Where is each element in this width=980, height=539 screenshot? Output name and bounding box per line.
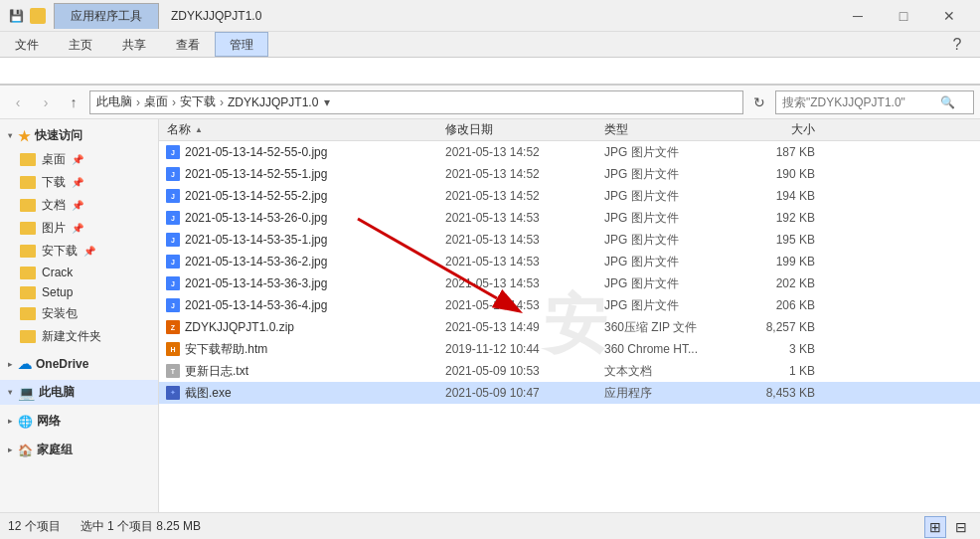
window-controls: ─ □ ✕ xyxy=(835,0,972,32)
file-name-text: 2021-05-13-14-53-36-4.jpg xyxy=(185,298,327,312)
file-icon-wrapper xyxy=(165,210,181,226)
file-name-text: 2021-05-13-14-53-36-2.jpg xyxy=(185,255,327,269)
table-row[interactable]: 截图.exe 2021-05-09 10:47 应用程序 8,453 KB xyxy=(159,382,980,404)
file-type: 应用程序 xyxy=(600,385,739,402)
filelist-header: 名称 ▲ 修改日期 类型 大小 xyxy=(159,119,980,141)
tab-home[interactable]: 主页 xyxy=(54,32,107,57)
minimize-button[interactable]: ─ xyxy=(835,0,881,32)
thispc-header[interactable]: ▾ 💻 此电脑 xyxy=(0,380,158,405)
up-button[interactable]: ↑ xyxy=(62,90,85,114)
sidebar-item-setup[interactable]: Setup xyxy=(0,282,158,302)
homegroup-icon: 🏠 xyxy=(18,444,33,457)
file-size: 206 KB xyxy=(739,298,819,312)
homegroup-chevron: ▸ xyxy=(8,446,12,454)
breadcrumb-desktop: 桌面 xyxy=(144,93,168,110)
sidebar-item-anzhuangbao[interactable]: 安装包 xyxy=(0,302,158,325)
table-row[interactable]: 2021-05-13-14-53-26-0.jpg 2021-05-13 14:… xyxy=(159,207,980,229)
sidebar-item-documents[interactable]: 文档 📌 xyxy=(0,194,158,217)
col-date-header[interactable]: 修改日期 xyxy=(441,121,600,138)
file-icon-wrapper xyxy=(165,385,181,401)
quick-access-header[interactable]: ▾ ★ 快速访问 xyxy=(0,123,158,148)
table-row[interactable]: 2021-05-13-14-53-36-2.jpg 2021-05-13 14:… xyxy=(159,251,980,272)
col-name-header[interactable]: 名称 ▲ xyxy=(163,121,441,138)
forward-button[interactable]: › xyxy=(34,90,58,114)
close-button[interactable]: ✕ xyxy=(926,0,972,32)
table-row[interactable]: 2021-05-13-14-53-36-3.jpg 2021-05-13 14:… xyxy=(159,272,980,294)
back-button[interactable]: ‹ xyxy=(6,90,30,114)
network-label: 网络 xyxy=(37,413,61,430)
jpg-icon xyxy=(166,298,180,312)
file-size: 192 KB xyxy=(739,211,819,225)
ribbon-help-button[interactable]: ? xyxy=(934,32,980,58)
tab-view[interactable]: 查看 xyxy=(161,32,215,57)
quick-access-section: ▾ ★ 快速访问 桌面 📌 下载 📌 文档 📌 图片 xyxy=(0,123,158,348)
sidebar-item-documents-label: 文档 xyxy=(42,197,66,214)
tab-share[interactable]: 共享 xyxy=(107,32,161,57)
refresh-button[interactable]: ↻ xyxy=(747,90,771,114)
address-dropdown-arrow[interactable]: ▾ xyxy=(320,95,334,109)
statusbar: 12 个项目 选中 1 个项目 8.25 MB ⊞ ⊟ xyxy=(0,512,980,539)
file-rows-container: 2021-05-13-14-52-55-0.jpg 2021-05-13 14:… xyxy=(159,141,980,404)
pc-icon: 💻 xyxy=(18,385,35,401)
pin-icon: 📌 xyxy=(72,154,83,165)
file-date: 2021-05-09 10:53 xyxy=(441,364,600,378)
table-row[interactable]: 2021-05-13-14-53-35-1.jpg 2021-05-13 14:… xyxy=(159,229,980,251)
sidebar-item-pictures[interactable]: 图片 📌 xyxy=(0,217,158,240)
items-count: 12 个项目 xyxy=(8,518,61,535)
jpg-icon xyxy=(166,276,180,290)
file-name-text: 2021-05-13-14-52-55-1.jpg xyxy=(185,167,327,181)
file-type: JPG 图片文件 xyxy=(600,188,739,205)
maximize-button[interactable]: □ xyxy=(881,0,926,32)
tab-manage[interactable]: 管理 xyxy=(215,32,268,57)
homegroup-header[interactable]: ▸ 🏠 家庭组 xyxy=(0,438,158,462)
ribbon-content xyxy=(0,58,980,85)
sidebar-item-crack[interactable]: Crack xyxy=(0,263,158,282)
breadcrumb-downloads: 安下载 xyxy=(180,93,216,110)
search-box[interactable]: 🔍 xyxy=(775,90,974,114)
setup-folder-icon xyxy=(20,286,36,299)
titlebar-folder-icon[interactable] xyxy=(30,8,46,24)
network-header[interactable]: ▸ 🌐 网络 xyxy=(0,409,158,434)
file-type: JPG 图片文件 xyxy=(600,254,739,270)
file-name: ZDYKJJQPJT1.0.zip xyxy=(163,319,441,335)
table-row[interactable]: ZDYKJJQPJT1.0.zip 2021-05-13 14:49 360压缩… xyxy=(159,316,980,338)
view-details-button[interactable]: ⊞ xyxy=(924,516,946,538)
file-date: 2021-05-13 14:52 xyxy=(441,167,600,181)
address-path[interactable]: 此电脑 › 桌面 › 安下载 › ZDYKJJQPJT1.0 ▾ xyxy=(89,90,743,114)
table-row[interactable]: 2021-05-13-14-52-55-0.jpg 2021-05-13 14:… xyxy=(159,141,980,163)
network-section: ▸ 🌐 网络 xyxy=(0,409,158,434)
table-row[interactable]: 2021-05-13-14-52-55-2.jpg 2021-05-13 14:… xyxy=(159,185,980,207)
table-row[interactable]: 更新日志.txt 2021-05-09 10:53 文本文档 1 KB xyxy=(159,360,980,382)
table-row[interactable]: 2021-05-13-14-52-55-1.jpg 2021-05-13 14:… xyxy=(159,163,980,185)
onedrive-header[interactable]: ▸ ☁ OneDrive xyxy=(0,352,158,376)
view-large-icons-button[interactable]: ⊟ xyxy=(950,516,972,538)
thispc-section: ▾ 💻 此电脑 xyxy=(0,380,158,405)
file-icon-wrapper xyxy=(165,275,181,291)
tab-file[interactable]: 文件 xyxy=(0,32,54,57)
search-input[interactable] xyxy=(782,95,936,109)
file-name: 2021-05-13-14-53-36-4.jpg xyxy=(163,297,441,313)
app-tool-tab[interactable]: 应用程序工具 xyxy=(54,3,159,29)
file-date: 2021-05-13 14:53 xyxy=(441,233,600,247)
titlebar-save-icon[interactable]: 💾 xyxy=(8,8,24,24)
file-size: 199 KB xyxy=(739,255,819,269)
col-size-header[interactable]: 大小 xyxy=(739,121,819,138)
file-date: 2019-11-12 10:44 xyxy=(441,342,600,356)
sidebar-item-anload[interactable]: 安下载 📌 xyxy=(0,240,158,263)
sidebar-item-newfolder[interactable]: 新建文件夹 xyxy=(0,325,158,348)
table-row[interactable]: 2021-05-13-14-53-36-4.jpg 2021-05-13 14:… xyxy=(159,294,980,316)
file-name-text: 截图.exe xyxy=(185,385,232,402)
pictures-folder-icon xyxy=(20,222,36,235)
search-icon[interactable]: 🔍 xyxy=(940,95,955,109)
file-type: JPG 图片文件 xyxy=(600,210,739,227)
htm-icon xyxy=(166,342,180,356)
sidebar-item-desktop[interactable]: 桌面 📌 xyxy=(0,148,158,171)
file-name: 2021-05-13-14-52-55-2.jpg xyxy=(163,188,441,204)
col-type-header[interactable]: 类型 xyxy=(600,121,739,138)
file-icon-wrapper xyxy=(165,188,181,204)
sidebar-item-downloads[interactable]: 下载 📌 xyxy=(0,171,158,194)
titlebar-title: ZDYKJJQPJT1.0 xyxy=(171,9,261,23)
file-size: 195 KB xyxy=(739,233,819,247)
table-row[interactable]: 安下载帮助.htm 2019-11-12 10:44 360 Chrome HT… xyxy=(159,338,980,360)
file-name: 2021-05-13-14-52-55-1.jpg xyxy=(163,166,441,182)
